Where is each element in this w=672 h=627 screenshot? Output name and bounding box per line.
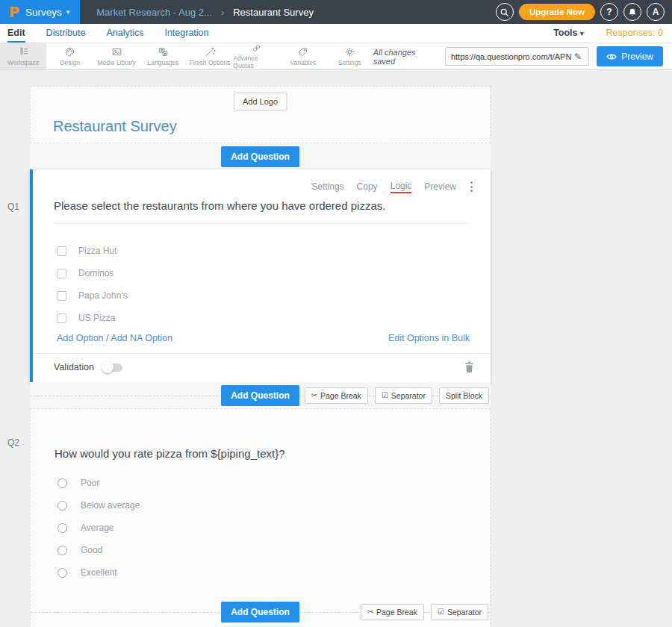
question-preview-link[interactable]: Preview (424, 181, 456, 192)
question-card-q2[interactable]: How would you rate pizza from ${piping_t… (30, 408, 491, 596)
toolbar-item-design[interactable]: Design (46, 43, 93, 69)
add-question-button[interactable]: Add Question (221, 385, 299, 406)
survey-title[interactable]: Restaurant Survey (53, 118, 177, 135)
radio-button[interactable] (57, 568, 67, 578)
add-question-button[interactable]: Add Question (221, 146, 299, 167)
notifications-button[interactable] (623, 3, 641, 21)
checkbox-option-list: Pizza Hut Dominos Papa John's US Pizza (57, 240, 470, 329)
breadcrumb: Market Research - Aug 2... › Restaurant … (96, 7, 314, 18)
checkbox[interactable] (57, 314, 66, 323)
nav-right-group: Tools ▾ Responses: 0 (553, 28, 672, 43)
option-label[interactable]: Papa John's (78, 290, 128, 301)
edit-url-pencil-icon[interactable]: ✎ (574, 52, 586, 62)
toolbar-item-variables[interactable]: Variables (280, 43, 326, 69)
toolbar-item-languages[interactable]: Languages (140, 43, 186, 69)
option-row: Excellent (57, 561, 469, 584)
edit-options-in-bulk-link[interactable]: Edit Options in Bulk (388, 333, 470, 343)
separator-icon: ☑ (438, 608, 444, 616)
eye-icon (606, 52, 617, 61)
account-avatar[interactable]: A (647, 3, 665, 21)
tools-menu[interactable]: Tools ▾ (553, 28, 583, 38)
add-question-button[interactable]: Add Question (221, 602, 299, 623)
option-label[interactable]: Pizza Hut (78, 246, 116, 256)
breadcrumb-folder[interactable]: Market Research - Aug 2... (96, 7, 212, 18)
question-card-q1[interactable]: Settings Copy Logic Preview Please selec… (30, 169, 491, 382)
tab-edit[interactable]: Edit (7, 28, 25, 43)
search-button[interactable] (496, 3, 514, 21)
toolbar-item-finish-options[interactable]: Finish Options (187, 43, 233, 69)
option-row: Good (57, 539, 469, 561)
toolbar-item-workspace[interactable]: Workspace (0, 43, 46, 69)
responses-count[interactable]: Responses: 0 (606, 28, 663, 38)
option-row: Dominos (57, 262, 470, 284)
tab-integration[interactable]: Integration (164, 28, 208, 43)
image-icon (111, 46, 122, 57)
toolbar-item-settings[interactable]: Settings (326, 43, 373, 69)
question-footer: Validation (33, 353, 491, 382)
radio-button[interactable] (57, 523, 67, 533)
checkbox[interactable] (57, 291, 66, 301)
add-question-strip-2: Add Question ✂ Page Break ☑ Separator Sp… (30, 382, 491, 408)
option-row: US Pizza (57, 307, 470, 329)
bell-icon (628, 7, 637, 17)
toggle-knob (102, 361, 113, 373)
delete-question-button[interactable] (464, 361, 474, 373)
question-logic-link[interactable]: Logic (391, 181, 412, 193)
question-text-q2[interactable]: How would you rate pizza from ${piping_t… (31, 409, 490, 460)
magic-wand-icon (205, 46, 216, 57)
option-row: Poor (57, 472, 469, 494)
option-row: Average (57, 517, 469, 539)
question-menu: Settings Copy Logic Preview (33, 169, 491, 193)
trash-icon (464, 361, 474, 373)
upgrade-now-button[interactable]: Upgrade Now (519, 4, 595, 20)
option-label[interactable]: Poor (81, 478, 99, 488)
separator-button[interactable]: ☑ Separator (431, 604, 488, 620)
page-break-button[interactable]: ✂ Page Break (305, 387, 368, 404)
radio-button[interactable] (57, 501, 67, 511)
question-copy-link[interactable]: Copy (357, 181, 378, 192)
validation-toggle[interactable] (103, 364, 122, 372)
add-logo-button[interactable]: Add Logo (234, 93, 287, 110)
toolbar-item-media-library[interactable]: Media Library (93, 43, 140, 69)
separator-button[interactable]: ☑ Separator (375, 387, 432, 404)
scissors-icon: ✂ (367, 608, 373, 616)
question-text-q1[interactable]: Please select the restaurants from where… (54, 199, 470, 224)
help-button[interactable]: ? (600, 3, 618, 21)
block-tools: ✂ Page Break ☑ Separator Split Block (305, 387, 489, 404)
separator-icon: ☑ (382, 391, 388, 399)
option-label[interactable]: US Pizza (78, 313, 115, 323)
option-label[interactable]: Excellent (81, 567, 117, 578)
survey-header-card[interactable]: Add Logo Restaurant Survey (30, 86, 491, 143)
kebab-menu-icon[interactable] (469, 180, 474, 193)
preview-button[interactable]: Preview (597, 46, 663, 66)
add-option-link[interactable]: Add Option (57, 333, 104, 343)
toolbar-right-group: All changes saved ✎ Preview (373, 43, 672, 69)
checkbox[interactable] (57, 246, 66, 256)
checkbox[interactable] (57, 269, 66, 278)
add-na-option-link[interactable]: Add NA Option (111, 333, 172, 343)
breadcrumb-survey-name[interactable]: Restaurant Survey (233, 7, 314, 18)
surveys-product-menu[interactable]: P Surveys ▾ (0, 0, 80, 24)
option-row: Below average (57, 494, 469, 517)
workspace-icon (18, 46, 29, 57)
tab-distribute[interactable]: Distribute (46, 28, 86, 43)
toolbar-item-advance-quotas[interactable]: Advance Quotas (233, 43, 279, 69)
page-break-button[interactable]: ✂ Page Break (361, 604, 424, 620)
save-status: All changes saved (373, 48, 438, 66)
option-label[interactable]: Good (81, 545, 102, 555)
breadcrumb-chevron-icon: › (221, 7, 224, 18)
survey-url-input[interactable] (446, 52, 574, 61)
option-label[interactable]: Average (81, 522, 113, 533)
palette-icon (64, 46, 75, 57)
option-label[interactable]: Below average (81, 500, 140, 511)
option-label[interactable]: Dominos (78, 268, 113, 278)
question-number-q2: Q2 (7, 437, 19, 448)
survey-column: Add Logo Restaurant Survey Add Question … (30, 86, 491, 627)
tag-icon (297, 46, 308, 57)
split-block-button[interactable]: Split Block (439, 387, 489, 404)
question-settings-link[interactable]: Settings (311, 181, 343, 192)
questionpro-logo: P (9, 4, 19, 20)
radio-button[interactable] (57, 546, 67, 555)
radio-button[interactable] (57, 478, 67, 488)
tab-analytics[interactable]: Analytics (106, 28, 143, 43)
